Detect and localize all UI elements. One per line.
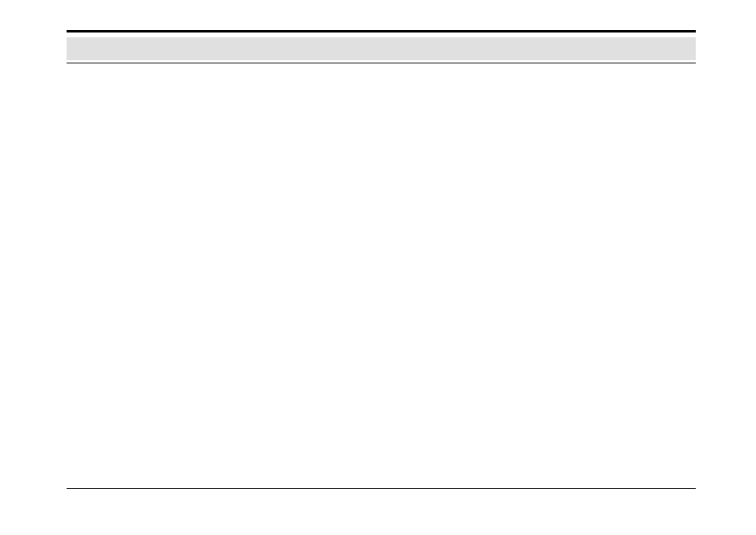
page-header bbox=[67, 30, 696, 63]
footer-rule bbox=[67, 488, 696, 489]
top-rule bbox=[67, 30, 696, 32]
header-band bbox=[67, 37, 696, 60]
header-underline bbox=[67, 63, 696, 63]
